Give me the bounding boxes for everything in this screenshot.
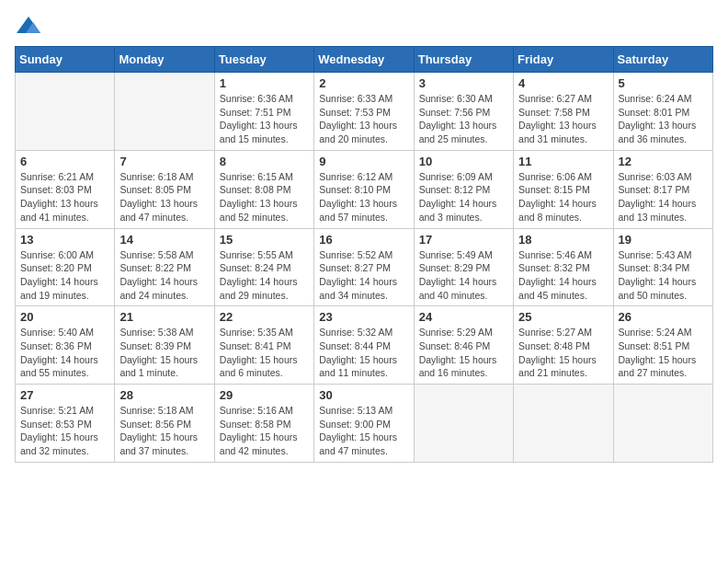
day-number: 21 [119, 310, 209, 324]
day-info: Sunrise: 5:32 AM Sunset: 8:44 PM Dayligh… [319, 326, 408, 380]
calendar-cell: 17Sunrise: 5:49 AM Sunset: 8:29 PM Dayli… [414, 228, 513, 306]
calendar-cell [613, 385, 712, 463]
day-info: Sunrise: 5:16 AM Sunset: 8:58 PM Dayligh… [220, 404, 309, 458]
day-number: 6 [20, 155, 109, 168]
weekday-header: Saturday [613, 47, 712, 73]
day-number: 24 [419, 310, 508, 324]
logo [15, 15, 46, 37]
calendar-cell: 7Sunrise: 6:18 AM Sunset: 8:05 PM Daylig… [115, 150, 214, 228]
calendar-cell: 19Sunrise: 5:43 AM Sunset: 8:34 PM Dayli… [613, 228, 712, 306]
day-number: 17 [419, 233, 508, 247]
weekday-header: Monday [115, 47, 214, 73]
day-info: Sunrise: 5:46 AM Sunset: 8:32 PM Dayligh… [518, 248, 608, 303]
calendar-cell [16, 73, 115, 151]
day-number: 1 [220, 76, 309, 90]
day-info: Sunrise: 5:21 AM Sunset: 8:53 PM Dayligh… [20, 404, 109, 458]
calendar-cell [414, 385, 513, 463]
day-number: 10 [419, 155, 508, 168]
day-number: 3 [419, 76, 508, 90]
calendar-week-row: 13Sunrise: 6:00 AM Sunset: 8:20 PM Dayli… [16, 228, 713, 306]
calendar-cell: 22Sunrise: 5:35 AM Sunset: 8:41 PM Dayli… [214, 306, 313, 385]
day-number: 14 [119, 233, 209, 247]
day-number: 7 [119, 155, 209, 168]
calendar-week-row: 1Sunrise: 6:36 AM Sunset: 7:51 PM Daylig… [16, 73, 713, 151]
day-info: Sunrise: 5:18 AM Sunset: 8:56 PM Dayligh… [119, 404, 209, 458]
calendar-cell: 30Sunrise: 5:13 AM Sunset: 9:00 PM Dayli… [314, 385, 414, 463]
day-info: Sunrise: 6:33 AM Sunset: 7:53 PM Dayligh… [319, 92, 408, 146]
calendar-cell: 13Sunrise: 6:00 AM Sunset: 8:20 PM Dayli… [16, 228, 115, 306]
day-number: 9 [319, 155, 408, 168]
day-number: 11 [518, 155, 608, 168]
page-header [15, 15, 713, 37]
day-info: Sunrise: 6:36 AM Sunset: 7:51 PM Dayligh… [220, 92, 309, 146]
calendar-cell: 1Sunrise: 6:36 AM Sunset: 7:51 PM Daylig… [214, 73, 313, 151]
calendar-cell: 20Sunrise: 5:40 AM Sunset: 8:36 PM Dayli… [16, 306, 115, 385]
day-info: Sunrise: 5:40 AM Sunset: 8:36 PM Dayligh… [20, 326, 109, 380]
day-number: 15 [220, 233, 309, 247]
day-number: 28 [119, 388, 209, 402]
calendar-cell: 9Sunrise: 6:12 AM Sunset: 8:10 PM Daylig… [314, 150, 414, 228]
day-info: Sunrise: 6:30 AM Sunset: 7:56 PM Dayligh… [419, 92, 508, 146]
weekday-header: Wednesday [314, 47, 414, 73]
calendar-cell: 4Sunrise: 6:27 AM Sunset: 7:58 PM Daylig… [514, 73, 613, 151]
day-info: Sunrise: 5:29 AM Sunset: 8:46 PM Dayligh… [419, 326, 508, 380]
day-number: 18 [518, 233, 608, 247]
day-number: 5 [619, 76, 708, 90]
calendar-cell: 24Sunrise: 5:29 AM Sunset: 8:46 PM Dayli… [414, 306, 513, 385]
day-number: 19 [619, 233, 708, 247]
calendar-cell: 23Sunrise: 5:32 AM Sunset: 8:44 PM Dayli… [314, 306, 414, 385]
day-info: Sunrise: 5:49 AM Sunset: 8:29 PM Dayligh… [419, 248, 508, 303]
day-info: Sunrise: 5:27 AM Sunset: 8:48 PM Dayligh… [518, 326, 608, 380]
calendar-cell: 16Sunrise: 5:52 AM Sunset: 8:27 PM Dayli… [314, 228, 414, 306]
day-info: Sunrise: 6:18 AM Sunset: 8:05 PM Dayligh… [119, 170, 209, 224]
day-info: Sunrise: 5:55 AM Sunset: 8:24 PM Dayligh… [220, 248, 309, 303]
day-number: 8 [220, 155, 309, 168]
day-number: 12 [619, 155, 708, 168]
calendar-cell: 28Sunrise: 5:18 AM Sunset: 8:56 PM Dayli… [115, 385, 214, 463]
day-info: Sunrise: 6:09 AM Sunset: 8:12 PM Dayligh… [419, 170, 508, 224]
day-number: 26 [619, 310, 708, 324]
calendar-cell: 6Sunrise: 6:21 AM Sunset: 8:03 PM Daylig… [16, 150, 115, 228]
calendar-cell [115, 73, 214, 151]
calendar-header-row: SundayMondayTuesdayWednesdayThursdayFrid… [16, 47, 713, 73]
calendar-cell: 10Sunrise: 6:09 AM Sunset: 8:12 PM Dayli… [414, 150, 513, 228]
day-info: Sunrise: 6:27 AM Sunset: 7:58 PM Dayligh… [518, 92, 608, 146]
calendar-cell: 2Sunrise: 6:33 AM Sunset: 7:53 PM Daylig… [314, 73, 414, 151]
calendar-cell: 29Sunrise: 5:16 AM Sunset: 8:58 PM Dayli… [214, 385, 313, 463]
calendar-table: SundayMondayTuesdayWednesdayThursdayFrid… [15, 46, 713, 463]
day-info: Sunrise: 5:58 AM Sunset: 8:22 PM Dayligh… [119, 248, 209, 303]
day-info: Sunrise: 6:12 AM Sunset: 8:10 PM Dayligh… [319, 170, 408, 224]
calendar-cell: 14Sunrise: 5:58 AM Sunset: 8:22 PM Dayli… [115, 228, 214, 306]
calendar-cell: 15Sunrise: 5:55 AM Sunset: 8:24 PM Dayli… [214, 228, 313, 306]
calendar-week-row: 20Sunrise: 5:40 AM Sunset: 8:36 PM Dayli… [16, 306, 713, 385]
day-info: Sunrise: 5:24 AM Sunset: 8:51 PM Dayligh… [619, 326, 708, 380]
weekday-header: Friday [514, 47, 613, 73]
day-info: Sunrise: 6:24 AM Sunset: 8:01 PM Dayligh… [619, 92, 708, 146]
calendar-cell: 11Sunrise: 6:06 AM Sunset: 8:15 PM Dayli… [514, 150, 613, 228]
day-number: 25 [518, 310, 608, 324]
day-number: 27 [20, 388, 109, 402]
calendar-week-row: 6Sunrise: 6:21 AM Sunset: 8:03 PM Daylig… [16, 150, 713, 228]
day-number: 2 [319, 76, 408, 90]
calendar-cell: 25Sunrise: 5:27 AM Sunset: 8:48 PM Dayli… [514, 306, 613, 385]
calendar-cell: 3Sunrise: 6:30 AM Sunset: 7:56 PM Daylig… [414, 73, 513, 151]
calendar-cell: 26Sunrise: 5:24 AM Sunset: 8:51 PM Dayli… [613, 306, 712, 385]
calendar-cell: 27Sunrise: 5:21 AM Sunset: 8:53 PM Dayli… [16, 385, 115, 463]
weekday-header: Tuesday [214, 47, 313, 73]
day-info: Sunrise: 5:13 AM Sunset: 9:00 PM Dayligh… [319, 404, 408, 458]
day-info: Sunrise: 6:15 AM Sunset: 8:08 PM Dayligh… [220, 170, 309, 224]
weekday-header: Thursday [414, 47, 513, 73]
day-number: 29 [220, 388, 309, 402]
calendar-cell: 18Sunrise: 5:46 AM Sunset: 8:32 PM Dayli… [514, 228, 613, 306]
calendar-cell: 21Sunrise: 5:38 AM Sunset: 8:39 PM Dayli… [115, 306, 214, 385]
day-info: Sunrise: 6:06 AM Sunset: 8:15 PM Dayligh… [518, 170, 608, 224]
day-info: Sunrise: 6:00 AM Sunset: 8:20 PM Dayligh… [20, 248, 109, 303]
day-info: Sunrise: 5:35 AM Sunset: 8:41 PM Dayligh… [220, 326, 309, 380]
weekday-header: Sunday [16, 47, 115, 73]
day-info: Sunrise: 5:38 AM Sunset: 8:39 PM Dayligh… [119, 326, 209, 380]
day-info: Sunrise: 6:03 AM Sunset: 8:17 PM Dayligh… [619, 170, 708, 224]
day-info: Sunrise: 5:52 AM Sunset: 8:27 PM Dayligh… [319, 248, 408, 303]
logo-icon [15, 15, 42, 37]
calendar-cell [514, 385, 613, 463]
day-number: 22 [220, 310, 309, 324]
